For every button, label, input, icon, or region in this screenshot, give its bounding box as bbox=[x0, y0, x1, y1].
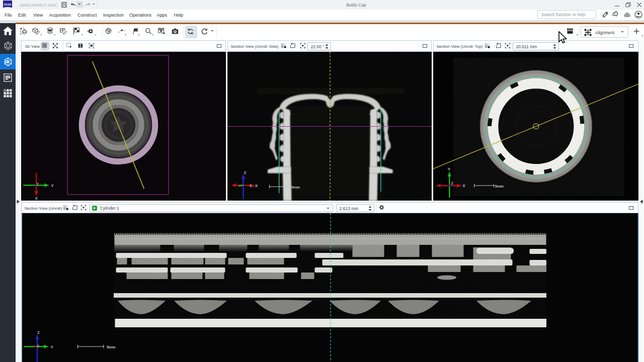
svg-text:5mm: 5mm bbox=[495, 184, 504, 189]
svg-text:Z: Z bbox=[36, 182, 39, 187]
svg-text:Y: Y bbox=[447, 167, 450, 171]
svg-text:5mm: 5mm bbox=[291, 185, 300, 190]
svg-text:Z: Z bbox=[37, 330, 40, 335]
svg-text:5mm: 5mm bbox=[106, 345, 115, 349]
svg-text:X: X bbox=[462, 184, 465, 188]
svg-text:Z: Z bbox=[451, 181, 453, 186]
svg-text:Z: Z bbox=[244, 170, 246, 175]
svg-text:Y: Y bbox=[51, 184, 53, 188]
svg-text:Y: Y bbox=[50, 345, 53, 349]
svg-text:Y: Y bbox=[249, 184, 252, 188]
svg-text:X: X bbox=[255, 184, 257, 188]
svg-text:X: X bbox=[35, 196, 37, 201]
svg-text:ZEISS: ZEISS bbox=[4, 4, 12, 6]
svg-text:X: X bbox=[36, 344, 39, 348]
